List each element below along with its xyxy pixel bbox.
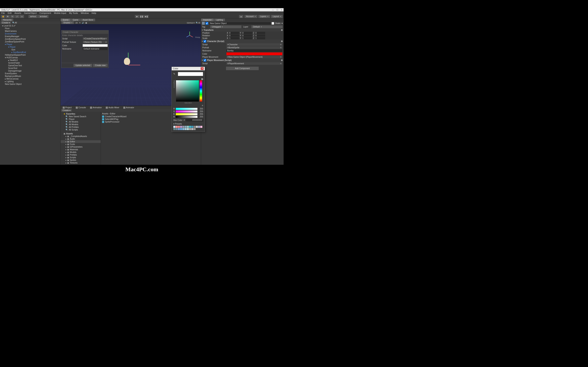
project-folder[interactable]: ▸ ▣Fonts [61,143,101,146]
play-button-icon[interactable]: ▶ [135,15,139,18]
global-toggle[interactable]: ⊕ Global [38,15,49,18]
transform-component[interactable]: Transform⚙ [201,29,284,32]
close-icon[interactable]: ✕ [281,9,282,11]
minimize-icon[interactable]: — [272,9,274,11]
hierarchy-item[interactable]: MenuCanvas [0,77,61,80]
menu-edit[interactable]: Edit [8,12,12,14]
color-swatch[interactable] [178,126,180,128]
update-selected-button[interactable]: Update selected [73,64,92,67]
2d-toggle[interactable]: 2D [75,22,78,24]
color-swatch[interactable] [180,128,182,130]
rot-x[interactable] [229,34,239,37]
color-swatch[interactable] [194,128,196,130]
color-swatch[interactable] [189,128,191,130]
color-swatch[interactable] [185,128,187,130]
account-dropdown[interactable]: Account [244,15,258,18]
create-new-button[interactable]: Create new [93,64,108,67]
scale-y[interactable] [242,37,252,39]
pm-script-field[interactable]: PlayerMovement [226,62,282,65]
project-folder[interactable]: ▸ ▣Audio [61,138,101,140]
step-button-icon[interactable]: ▶❚ [144,15,149,18]
hierarchy-item[interactable]: BackgroundMusic [0,75,61,77]
a-slider[interactable] [176,116,198,118]
hierarchy-item[interactable]: HealthUI [0,59,61,62]
char-color-field[interactable] [226,52,282,55]
project-folder[interactable]: ▸ ▣Textures [61,161,101,164]
scene-search[interactable]: 🔍All [196,22,200,24]
shading-dropdown[interactable]: Shaded [61,21,74,24]
projection-label[interactable]: Persp [195,36,200,38]
hierarchy-item[interactable]: Player [0,46,61,48]
color-swatch[interactable] [196,126,198,128]
hierarchy-item[interactable]: GunBarrelEnd [0,51,61,54]
light-toggle-icon[interactable]: ☀ [79,22,81,24]
project-folder[interactable]: ▸ ▣Sprites [61,159,101,161]
tab-animator[interactable]: Animator [121,106,136,109]
hierarchy-tab[interactable]: Hierarchy [1,18,13,21]
scale-tool-icon[interactable]: ⤢ [15,15,19,18]
color-swatch[interactable] [187,128,189,130]
color-swatch[interactable] [200,126,202,128]
tab-lighting[interactable]: Lighting [214,18,225,21]
color-swatch[interactable] [173,126,175,128]
hex-input[interactable]: FFFFFFFF [186,119,203,122]
hierarchy-scene-root[interactable]: Level 01 5.x* [0,25,61,27]
assets-header[interactable]: ▣Assets [61,132,101,135]
scale-x[interactable] [229,37,239,39]
menu-assets[interactable]: Assets [15,12,21,14]
active-checkbox[interactable] [206,22,208,25]
tag-dropdown[interactable]: Untagged [210,25,242,28]
hierarchy-item[interactable]: HUDCanvas [0,56,61,59]
fx-toggle-icon[interactable]: ▦ [85,22,87,24]
wizard-color-field[interactable] [83,44,108,47]
hierarchy-item[interactable]: EventSystem [0,72,61,75]
favorite-item[interactable]: 🔍All Models [61,120,101,123]
hierarchy-item[interactable]: Lighting [0,80,61,83]
tab-animation[interactable]: Animation [88,106,104,109]
hierarchy-item[interactable]: EnemyManager [0,35,61,38]
menu-mobileinput[interactable]: Mobile Input [54,12,66,14]
add-component-button[interactable]: Add Component [226,67,259,70]
hierarchy-item[interactable]: MainCamera [0,30,61,33]
color-swatch[interactable] [185,126,187,128]
menu-file[interactable]: File [1,12,5,14]
rot-z[interactable] [255,34,265,37]
wizard-nickname-field[interactable]: Default nickname [83,48,108,50]
layer-dropdown[interactable]: Default [251,25,283,28]
hierarchy-item[interactable]: ScreenFader [0,62,61,64]
audio-toggle-icon[interactable]: 🔊 [82,22,84,24]
project-folder[interactable]: ▸ ▣Editor [61,140,101,143]
color-swatch[interactable] [173,128,175,130]
color-swatch[interactable] [194,126,196,128]
layout-dropdown[interactable]: Layout [271,15,283,18]
menu-mytools[interactable]: My Tools [69,12,78,14]
rot-y[interactable] [242,34,252,37]
hierarchy-item[interactable]: GameOverText [0,64,61,67]
project-folder[interactable]: ▸ ▣Prefabs [61,154,101,156]
favorite-item[interactable]: 🔍All Prefabs [61,126,101,128]
color-swatch[interactable] [198,126,200,128]
hierarchy-item[interactable]: DamageImage [0,69,61,72]
color-swatch[interactable] [176,128,178,130]
menu-gameobject[interactable]: GameObject [24,12,37,14]
b-slider[interactable] [176,113,198,115]
color-swatch[interactable] [191,128,193,130]
tab-assetstore[interactable]: Asset Store [81,18,95,21]
pos-z[interactable] [255,32,265,34]
gameobject-icon[interactable] [202,22,205,25]
color-swatch[interactable] [191,126,193,128]
hierarchy-item[interactable]: HellephantSpawnPoint [0,54,61,56]
slider-mode-icon[interactable]: ≡ [202,104,203,107]
saturation-value-box[interactable] [176,80,199,101]
hierarchy-item[interactable]: ZomBunnySpawnPoint [0,38,61,40]
char-portrait-field[interactable]: BombSprite [226,46,282,49]
color-swatch[interactable] [182,128,184,130]
color-swatch[interactable] [187,126,189,128]
pivot-toggle[interactable]: ⊕ Pivot [28,15,38,18]
tab-project[interactable]: Project [61,106,74,109]
maximize-icon[interactable]: ☐ [277,9,278,11]
object-name-input[interactable]: New Game Object [209,22,271,25]
playermovement-script-component[interactable]: Player Movement (Script)⚙ [201,58,284,62]
favorite-item[interactable]: 🔍All Scripts [61,128,101,131]
hierarchy-item[interactable]: Environment [0,33,61,35]
